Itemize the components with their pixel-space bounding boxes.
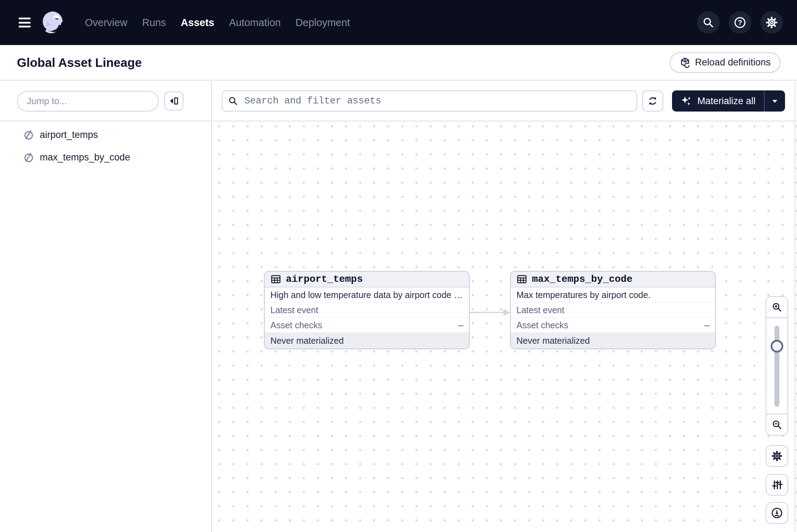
nav-overview[interactable]: Overview	[85, 17, 127, 28]
asset-list: airport_temps max_temps_by_code	[0, 121, 211, 169]
asset-list-item-airport-temps[interactable]: airport_temps	[0, 124, 211, 146]
asset-checks-row: Asset checks –	[511, 318, 715, 333]
asset-description: High and low temperature data by airport…	[270, 287, 463, 303]
dagster-logo-icon[interactable]	[40, 9, 67, 36]
reload-definitions-button[interactable]: Reload definitions	[670, 52, 780, 73]
search-button[interactable]	[697, 11, 720, 34]
asset-checks-value: –	[704, 320, 709, 330]
sparkles-icon	[680, 95, 692, 107]
materialization-status: Never materialized	[265, 333, 469, 348]
gear-icon	[765, 16, 778, 29]
settings-button[interactable]	[760, 11, 783, 34]
asset-list-item-max-temps-by-code[interactable]: max_temps_by_code	[0, 146, 211, 169]
top-nav: Overview Runs Assets Automation Deployme…	[0, 0, 797, 45]
table-icon	[270, 274, 281, 285]
dagster-app: Overview Runs Assets Automation Deployme…	[0, 0, 797, 532]
nav-assets[interactable]: Assets	[181, 17, 214, 28]
reload-definitions-label: Reload definitions	[695, 57, 771, 68]
chevron-down-icon	[771, 99, 778, 103]
menu-icon[interactable]	[19, 18, 31, 27]
asset-node-title: airport_temps	[286, 274, 363, 285]
materialize-all-label: Materialize all	[697, 96, 755, 107]
zoom-in-icon	[772, 302, 782, 312]
never-materialized-icon	[23, 152, 34, 163]
materialize-options-button[interactable]	[765, 90, 785, 112]
lineage-edge-arrow	[469, 306, 511, 318]
page-title: Global Asset Lineage	[17, 56, 142, 70]
primary-nav: Overview Runs Assets Automation Deployme…	[85, 17, 350, 28]
latest-event-label: Latest event	[270, 305, 318, 315]
graph-filters-button[interactable]	[766, 474, 788, 496]
latest-event-row: Latest event	[265, 303, 469, 318]
zoom-out-icon	[772, 419, 782, 430]
materialization-status-label: Never materialized	[516, 336, 590, 346]
refresh-icon	[647, 95, 658, 107]
asset-node-title: max_temps_by_code	[532, 274, 633, 285]
nav-automation[interactable]: Automation	[229, 17, 281, 28]
download-icon	[771, 507, 783, 519]
zoom-in-button[interactable]	[766, 297, 787, 318]
zoom-slider-handle[interactable]	[771, 340, 783, 353]
search-icon	[228, 96, 238, 106]
latest-event-label: Latest event	[516, 305, 564, 315]
collapse-panel-button[interactable]	[164, 91, 183, 110]
page-header: Global Asset Lineage Reload definitions	[0, 45, 797, 81]
asset-checks-label: Asset checks	[516, 320, 568, 330]
asset-sidebar: airport_temps max_temps_by_code	[0, 81, 212, 532]
asset-description-row: Max temperatures by airport code.	[511, 287, 715, 303]
asset-checks-row: Asset checks –	[265, 318, 469, 333]
zoom-out-button[interactable]	[766, 414, 787, 435]
nav-runs[interactable]: Runs	[142, 17, 166, 28]
jump-to-input[interactable]	[17, 91, 159, 112]
asset-name: airport_temps	[40, 129, 98, 140]
materialization-status: Never materialized	[511, 333, 715, 348]
reload-cube-icon	[679, 57, 691, 68]
search-and-filter-input[interactable]	[222, 90, 637, 112]
help-icon: ?	[734, 16, 746, 29]
gear-icon	[771, 450, 783, 462]
materialize-all-split-button: Materialize all	[672, 90, 785, 112]
asset-node-airport-temps[interactable]: airport_temps High and low temperature d…	[264, 271, 470, 349]
table-icon	[516, 274, 527, 285]
help-button[interactable]: ?	[729, 11, 751, 34]
collapse-panel-icon	[169, 96, 179, 106]
filters-icon	[771, 479, 783, 491]
asset-checks-label: Asset checks	[270, 320, 322, 330]
search-icon	[702, 17, 714, 28]
lineage-canvas[interactable]: airport_temps High and low temperature d…	[213, 121, 797, 532]
canvas-right-border	[795, 81, 795, 532]
lineage-toolbar: Materialize all	[213, 81, 797, 121]
refresh-button[interactable]	[642, 90, 663, 112]
asset-search	[222, 90, 637, 112]
nav-deployment[interactable]: Deployment	[295, 17, 350, 28]
asset-checks-value: –	[458, 320, 463, 330]
zoom-slider-area	[766, 318, 787, 414]
materialize-all-button[interactable]: Materialize all	[672, 90, 764, 112]
asset-name: max_temps_by_code	[40, 152, 130, 163]
nav-utilities: ?	[697, 11, 783, 34]
graph-settings-button[interactable]	[766, 445, 788, 467]
asset-description: Max temperatures by airport code.	[516, 287, 651, 303]
asset-description-row: High and low temperature data by airport…	[265, 287, 469, 303]
jump-to-row	[0, 81, 211, 121]
zoom-slider-track[interactable]	[774, 326, 779, 407]
svg-text:?: ?	[738, 19, 742, 26]
asset-node-max-temps-by-code[interactable]: max_temps_by_code Max temperatures by ai…	[510, 271, 716, 349]
latest-event-row: Latest event	[511, 303, 715, 318]
zoom-control-panel	[766, 296, 788, 436]
download-image-button[interactable]	[766, 502, 788, 524]
asset-node-header: max_temps_by_code	[511, 272, 715, 287]
asset-node-header: airport_temps	[265, 272, 469, 287]
never-materialized-icon	[23, 129, 34, 140]
materialization-status-label: Never materialized	[270, 336, 344, 346]
